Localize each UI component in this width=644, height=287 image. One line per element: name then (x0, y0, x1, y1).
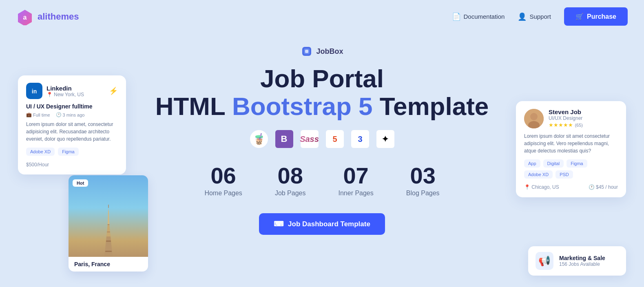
tag-app: App (524, 159, 540, 168)
clock-icon: 🕐 (56, 112, 62, 117)
svg-rect-16 (107, 232, 110, 232)
lc-header: in Linkedin 📍 New York, US ⚡ (26, 83, 118, 99)
lc-meta: 💼 Full time 🕐 3 mins ago (26, 112, 118, 117)
stat-home-pages: 06 Home Pages (204, 164, 242, 197)
tag-adobexd2: Adobe XD (524, 170, 553, 179)
lc-job-title: UI / UX Designer fulltime (26, 103, 118, 110)
location-pin-icon: 📍 (46, 92, 53, 97)
rc-rate: 🕐 $45 / hour (589, 184, 618, 190)
lc-price: $500/Hour (26, 161, 118, 168)
stat-blog-pages: 03 Blog Pages (406, 164, 440, 197)
star-rating: ★★★★★ (549, 122, 573, 128)
review-count: (65) (575, 123, 583, 128)
tag-figma2: Figma (567, 159, 587, 168)
hot-badge: Hot (73, 179, 88, 187)
header: a alithemes 📄 Documentation 👤 Support 🛒 … (0, 0, 644, 33)
doc-icon: 📄 (452, 12, 461, 21)
mc-jobs-count: 156 Jobs Available (559, 261, 605, 267)
svg-point-20 (530, 113, 538, 120)
lc-company-info: Linkedin 📍 New York, US (46, 85, 109, 97)
bolt-icon: ⚡ (109, 86, 118, 95)
rc-location: 📍 Chicago, US (524, 184, 559, 190)
travel-image: Hot (69, 175, 148, 257)
documentation-link[interactable]: 📄 Documentation (452, 12, 505, 21)
dashboard-icon: ⌨ (274, 220, 284, 228)
rc-footer: 📍 Chicago, US 🕐 $45 / hour (524, 184, 618, 190)
svg-rect-14 (105, 251, 112, 252)
mc-title: Marketing & Sale (559, 255, 605, 261)
nav-right: 📄 Documentation 👤 Support 🛒 Purchase (452, 7, 628, 26)
logo: a alithemes (16, 8, 79, 25)
bubble-icon: 🧋 (250, 130, 268, 148)
svg-rect-15 (106, 241, 111, 242)
tag-figma: Figma (58, 148, 79, 156)
cart-icon: 🛒 (575, 13, 584, 20)
svg-rect-4 (305, 50, 308, 53)
avatar (524, 109, 544, 128)
svg-text:3: 3 (358, 135, 362, 144)
jobbox-cube-icon (301, 45, 313, 57)
svg-text:a: a (23, 14, 27, 21)
purchase-button[interactable]: 🛒 Purchase (564, 7, 628, 26)
sass-icon: Sass (301, 130, 319, 148)
briefcase-icon: 💼 (26, 112, 32, 117)
rc-description: Lorem ipsum dolor sit amet consectetur a… (524, 132, 618, 155)
svg-rect-17 (107, 224, 109, 225)
svg-marker-13 (108, 208, 109, 224)
support-icon: 👤 (518, 12, 527, 21)
logo-icon: a (16, 8, 33, 25)
rc-info: Steven Job UI/UX Designer ★★★★★ (65) (549, 108, 583, 128)
support-link[interactable]: 👤 Support (518, 12, 551, 21)
travel-card: Hot Paris, France (69, 175, 148, 272)
linkedin-logo: in (26, 83, 42, 99)
bootstrap-icon: B (275, 130, 293, 148)
mc-info: Marketing & Sale 156 Jobs Available (559, 255, 605, 267)
linkedin-job-card: in Linkedin 📍 New York, US ⚡ UI / UX Des… (18, 75, 126, 174)
clock-icon2: 🕐 (589, 184, 595, 190)
css3-icon: 3 (351, 130, 369, 148)
tag-adobexd: Adobe XD (26, 148, 55, 156)
travel-location: Paris, France (69, 257, 148, 272)
figma-icon: ✦ (376, 130, 394, 148)
stat-job-pages: 08 Job Pages (275, 164, 306, 197)
megaphone-icon: 📢 (536, 252, 553, 270)
lc-description: Lorem ipsum dolor sit amet, consectetur … (26, 121, 118, 143)
logo-text: alithemes (38, 11, 79, 22)
jobbox-brand: JobBox (301, 45, 343, 57)
rc-header: Steven Job UI/UX Designer ★★★★★ (65) (524, 108, 618, 128)
rc-tags: App Digital Figma Adobe XD PSD (524, 159, 618, 179)
job-dashboard-button[interactable]: ⌨ Job Dashboard Template (259, 213, 385, 235)
svg-text:in: in (32, 88, 37, 95)
eiffel-tower-icon (96, 204, 121, 257)
lc-tags: Adobe XD Figma (26, 148, 118, 156)
location-icon: 📍 (524, 184, 530, 190)
stat-inner-pages: 07 Inner Pages (338, 164, 373, 197)
svg-text:5: 5 (332, 135, 337, 144)
tag-digital: Digital (543, 159, 564, 168)
marketing-card: 📢 Marketing & Sale 156 Jobs Available (528, 246, 626, 276)
tag-psd: PSD (555, 170, 573, 179)
html5-icon: 5 (326, 130, 344, 148)
profile-card: Steven Job UI/UX Designer ★★★★★ (65) Lor… (516, 101, 626, 197)
